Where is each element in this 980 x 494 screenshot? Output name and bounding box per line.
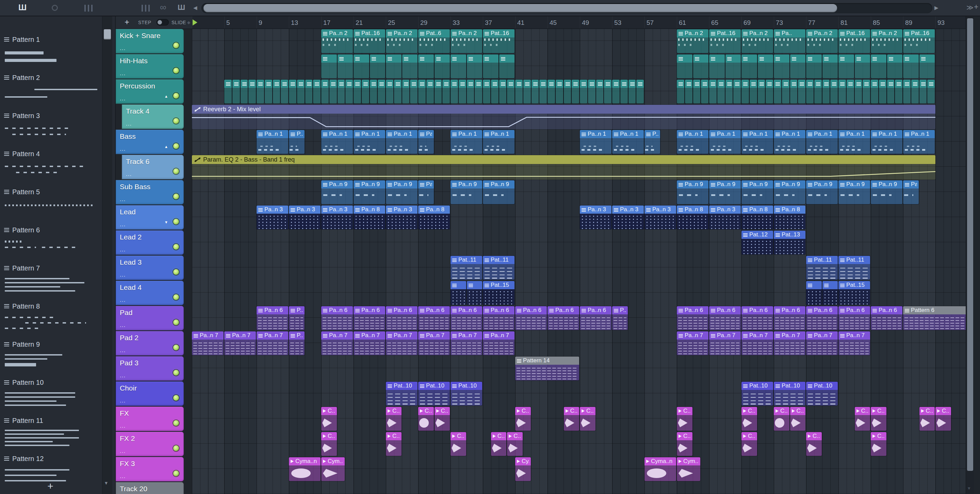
pattern-clip[interactable] bbox=[636, 79, 644, 103]
pattern-picker-icon[interactable]: Ш bbox=[18, 3, 27, 11]
pattern-clip[interactable] bbox=[596, 79, 604, 103]
pattern-clip[interactable] bbox=[556, 79, 563, 103]
pattern-clip[interactable]: Pa..n 1 bbox=[353, 130, 385, 154]
pattern-clip[interactable] bbox=[838, 79, 846, 103]
pattern-clip[interactable]: Pa..n 9 bbox=[838, 180, 870, 204]
pattern-clip[interactable]: Pattern 14 bbox=[515, 357, 579, 380]
track-led[interactable] bbox=[173, 43, 179, 48]
pattern-clip[interactable] bbox=[782, 79, 789, 103]
pattern-clip[interactable] bbox=[467, 79, 474, 103]
scroll-left-arrow-icon[interactable]: ◀ bbox=[193, 5, 197, 10]
audio-clip[interactable]: Cyma..n bbox=[644, 457, 676, 481]
automation-clip[interactable]: Reeverb 2 - Mix level bbox=[192, 105, 935, 129]
pattern-clip[interactable]: Pa..n 7 bbox=[741, 331, 773, 355]
audio-clip[interactable]: C.. bbox=[580, 407, 595, 431]
pattern-clip[interactable]: Pat..10 bbox=[450, 382, 482, 405]
pattern-clip[interactable]: Pa..n 2 bbox=[677, 29, 708, 53]
audio-clip[interactable]: C..er) bbox=[450, 432, 466, 456]
pattern-clip[interactable]: Pa..n 7 bbox=[321, 331, 353, 355]
pattern-clip[interactable] bbox=[717, 79, 725, 103]
pattern-clip[interactable]: Pa..1 bbox=[418, 130, 434, 154]
audio-clip[interactable]: C..er) bbox=[677, 432, 692, 456]
track-header[interactable]: FX... bbox=[116, 407, 184, 431]
pattern-clip[interactable]: Pat..6 bbox=[418, 29, 450, 53]
pattern-clip[interactable] bbox=[604, 79, 611, 103]
pattern-list-item[interactable]: Pattern 9 bbox=[4, 340, 100, 376]
pattern-clip[interactable]: Pa..n 6 bbox=[256, 306, 288, 330]
track-header[interactable]: Track 4... bbox=[122, 105, 184, 129]
track-led[interactable] bbox=[173, 194, 179, 199]
automation-curve[interactable] bbox=[192, 164, 935, 179]
pattern-clip[interactable]: Pa..n 9 bbox=[353, 180, 385, 204]
audio-clip[interactable]: C..) bbox=[871, 432, 886, 456]
audio-clip[interactable]: C..) bbox=[386, 407, 401, 431]
pattern-clip[interactable]: Pa..n 2 bbox=[450, 29, 482, 53]
pattern-clip[interactable] bbox=[830, 79, 838, 103]
pattern-clip[interactable]: Pa..n 9 bbox=[321, 180, 353, 204]
tool-sliders-icon[interactable] bbox=[84, 5, 92, 11]
audio-clip[interactable]: C..) bbox=[741, 407, 757, 431]
pattern-clip[interactable] bbox=[337, 54, 353, 78]
pattern-clip[interactable]: Pa..n 7 bbox=[224, 331, 256, 355]
track-header[interactable]: FX 3... bbox=[116, 457, 184, 481]
track-led[interactable] bbox=[173, 93, 179, 98]
pattern-clip[interactable]: P..6 bbox=[612, 306, 628, 330]
pattern-clip[interactable] bbox=[790, 79, 798, 103]
pattern-clip[interactable]: Pa..n 3 bbox=[580, 205, 611, 229]
pattern-clip[interactable]: Pa..n 6 bbox=[580, 306, 611, 330]
pattern-clip[interactable] bbox=[483, 54, 498, 78]
pattern-clip[interactable]: Pat..13 bbox=[774, 231, 805, 254]
playhead-marker-icon[interactable] bbox=[192, 19, 197, 25]
pattern-clip[interactable]: Pa..n 1 bbox=[321, 130, 353, 154]
pattern-clip[interactable]: Pat..16 bbox=[838, 29, 870, 53]
pattern-clip[interactable]: Pa..n 3 bbox=[321, 205, 353, 229]
pattern-clip[interactable] bbox=[701, 79, 708, 103]
pattern-clip[interactable]: Pat..11 bbox=[483, 256, 514, 280]
pattern-clip[interactable]: Pa..n 7 bbox=[774, 331, 805, 355]
pattern-clip[interactable] bbox=[620, 79, 628, 103]
pattern-clip[interactable]: Pa..n 9 bbox=[774, 180, 805, 204]
pattern-clip[interactable]: Pa..n 1 bbox=[483, 130, 514, 154]
pattern-clip[interactable] bbox=[337, 79, 345, 103]
pattern-clip[interactable] bbox=[709, 54, 725, 78]
pattern-clip[interactable]: Pa..n 9 bbox=[709, 180, 741, 204]
pattern-clip[interactable]: Pattern 6 bbox=[903, 306, 966, 330]
collapse-arrow-icon[interactable]: ▲ bbox=[164, 145, 168, 149]
pattern-clip[interactable] bbox=[927, 79, 935, 103]
pattern-clip[interactable] bbox=[450, 54, 466, 78]
audio-clip[interactable]: Cym..#2 bbox=[321, 457, 345, 481]
pattern-clip[interactable] bbox=[685, 79, 692, 103]
pattern-clip[interactable]: Pa..n 2 bbox=[386, 29, 417, 53]
pattern-clip[interactable] bbox=[515, 79, 523, 103]
track-header[interactable]: Sub Bass... bbox=[116, 180, 184, 205]
scroll-end-icon[interactable]: ≫ bbox=[966, 4, 974, 11]
pattern-clip[interactable] bbox=[871, 54, 886, 78]
pattern-clip[interactable]: Pa..n 9 bbox=[386, 180, 417, 204]
audio-clip[interactable]: C..er) bbox=[806, 432, 822, 456]
pattern-clip[interactable] bbox=[499, 79, 507, 103]
track-header[interactable]: Lead...▼ bbox=[116, 205, 184, 230]
pattern-clip[interactable] bbox=[434, 54, 450, 78]
pattern-clip[interactable] bbox=[822, 79, 830, 103]
pattern-list-scrollbar[interactable]: ▾ bbox=[102, 16, 112, 494]
pattern-clip[interactable]: Pat..10 bbox=[741, 382, 773, 405]
pattern-clip[interactable] bbox=[467, 281, 482, 305]
pattern-clip[interactable]: Pa..n 3 bbox=[709, 205, 741, 229]
pattern-clip[interactable] bbox=[903, 79, 911, 103]
pattern-clip[interactable]: Pat..10 bbox=[806, 382, 838, 405]
pattern-clip[interactable]: Pa..n 7 bbox=[386, 331, 417, 355]
pattern-clip[interactable] bbox=[450, 281, 466, 305]
pattern-clip[interactable]: Pa..n 3 bbox=[289, 205, 321, 229]
pattern-clip[interactable]: Pa..n 2 bbox=[871, 29, 902, 53]
automation-clip-header[interactable]: Reeverb 2 - Mix level bbox=[192, 105, 935, 114]
pattern-clip[interactable] bbox=[725, 54, 741, 78]
audio-clip[interactable]: C..M bbox=[790, 407, 806, 431]
track-header[interactable]: Pad 2... bbox=[116, 331, 184, 356]
tool-knob-icon[interactable] bbox=[52, 5, 58, 11]
pattern-clip[interactable] bbox=[450, 79, 458, 103]
track-led[interactable] bbox=[173, 470, 179, 476]
pattern-clip[interactable] bbox=[297, 79, 305, 103]
pattern-clip[interactable]: Pa..n 9 bbox=[741, 180, 773, 204]
pattern-clip[interactable]: Pa..n 3 bbox=[612, 205, 644, 229]
audio-clip[interactable]: C..#2 bbox=[774, 407, 789, 431]
